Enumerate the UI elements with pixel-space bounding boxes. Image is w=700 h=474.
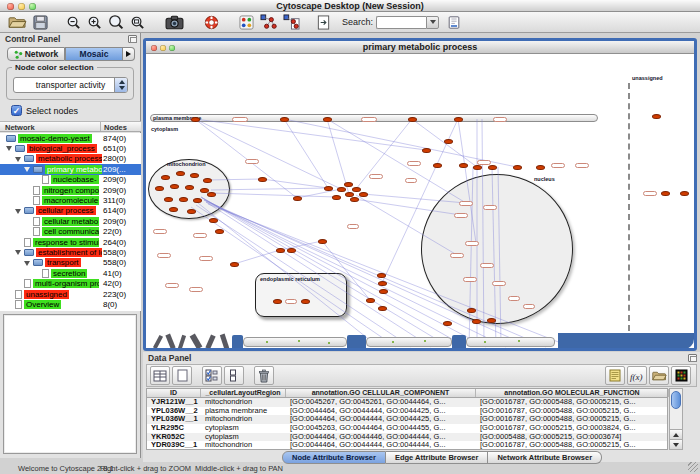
network-node[interactable]: [459, 163, 468, 168]
node-label-pill[interactable]: [165, 283, 179, 288]
node-label-pill[interactable]: [575, 163, 589, 168]
tree-row[interactable]: cellular process614(0): [0, 206, 141, 216]
node-label-pill[interactable]: [450, 253, 464, 258]
network-node[interactable]: [378, 281, 387, 286]
table-scrollbar[interactable]: [669, 388, 683, 450]
edge[interactable]: [206, 202, 431, 347]
node-label-pill[interactable]: [189, 287, 203, 292]
network-node[interactable]: [350, 197, 359, 202]
network-node[interactable]: [324, 186, 333, 191]
network-node[interactable]: [323, 117, 332, 122]
tree-row[interactable]: macromolecule311(0): [0, 195, 141, 205]
expand-arrow-icon[interactable]: [15, 250, 21, 255]
attribute-table[interactable]: YJR121W__1mitochondrion[GO:0045267, GO:0…: [146, 398, 668, 450]
zoom-out-icon[interactable]: [63, 13, 84, 32]
table-row[interactable]: YPL036W__2plasma membrane[GO:0044464, GO…: [147, 407, 667, 416]
tree-row[interactable]: cell communicat22(0): [0, 227, 141, 237]
main-title-bar[interactable]: Cytoscape Desktop (New Session): [0, 0, 700, 12]
edge[interactable]: [207, 179, 262, 180]
edge[interactable]: [363, 194, 466, 203]
search-dropdown-button[interactable]: [426, 16, 439, 29]
node-label-pill[interactable]: [369, 174, 383, 179]
node-label-pill[interactable]: [232, 117, 248, 122]
network-node[interactable]: [155, 186, 164, 191]
tree-row[interactable]: multi-organism pro42(0): [0, 278, 141, 288]
node-label-pill[interactable]: [361, 117, 377, 122]
network-node[interactable]: [378, 306, 387, 311]
column-header[interactable]: ID: [147, 389, 201, 397]
expand-arrow-icon[interactable]: [24, 261, 30, 266]
network-node[interactable]: [209, 218, 218, 223]
tree-row[interactable]: response to stimulu264(0): [0, 237, 141, 247]
network-node[interactable]: [293, 196, 302, 201]
node-label-pill[interactable]: [405, 178, 417, 183]
node-label-pill[interactable]: [199, 256, 213, 261]
table-row[interactable]: YLR295Ccytoplasm[GO:0045263, GO:0044464,…: [147, 424, 667, 433]
network-node[interactable]: [422, 148, 431, 153]
node-label-pill[interactable]: [407, 161, 421, 166]
tree-row[interactable]: biological_process651(0): [0, 143, 141, 153]
node-label-pill[interactable]: [492, 281, 506, 286]
network-node[interactable]: [207, 192, 216, 197]
edge[interactable]: [201, 197, 466, 347]
network-node[interactable]: [332, 195, 341, 200]
node-label-pill[interactable]: [643, 191, 657, 196]
network-node[interactable]: [185, 185, 194, 190]
zoom-fit-icon[interactable]: [105, 13, 127, 32]
network-node[interactable]: [337, 187, 346, 192]
edge[interactable]: [284, 119, 328, 188]
edge[interactable]: [206, 202, 546, 347]
network-node[interactable]: [301, 299, 310, 304]
minimize-button[interactable]: [160, 45, 166, 51]
tree-row[interactable]: nitrogen compo209(0): [0, 185, 141, 195]
table-row[interactable]: YKR052Ccytoplasm[GO:0044464, GO:0044446,…: [147, 433, 667, 442]
expand-arrow-icon[interactable]: [15, 209, 21, 214]
node-label-pill[interactable]: [465, 241, 479, 246]
tree-row[interactable]: metabolic process280(0): [0, 154, 141, 164]
network-node[interactable]: [366, 298, 375, 303]
import-attributes-folder-icon[interactable]: [649, 366, 669, 385]
network-node[interactable]: [170, 184, 179, 189]
more-tabs-button[interactable]: [123, 47, 135, 61]
tree-row[interactable]: mosaic-demo-yeast874(0): [0, 133, 141, 143]
edge[interactable]: [356, 195, 457, 255]
scrollbar-thumb[interactable]: [671, 391, 681, 409]
network-window-title-bar[interactable]: primary metabolic process: [146, 41, 694, 54]
network-node[interactable]: [191, 117, 200, 122]
create-attribute-icon[interactable]: [172, 366, 192, 385]
edge[interactable]: [322, 241, 370, 300]
node-label-pill[interactable]: [153, 229, 167, 234]
birds-eye-view[interactable]: [3, 314, 137, 454]
table-row[interactable]: YPL036W__1mitochondrion[GO:0044464, GO:0…: [147, 415, 667, 424]
save-session-icon[interactable]: [30, 13, 51, 32]
network-node[interactable]: [488, 165, 497, 170]
node-label-pill[interactable]: [523, 304, 535, 309]
node-label-pill[interactable]: [245, 159, 259, 164]
network-canvas[interactable]: plasma membrane cytoplasm mitochondrion …: [146, 55, 694, 348]
network-node[interactable]: [443, 321, 452, 326]
network-node[interactable]: [230, 262, 239, 267]
network-node[interactable]: [379, 289, 388, 294]
float-panel-icon[interactable]: [688, 354, 697, 362]
tab-network[interactable]: Network: [7, 47, 65, 61]
node-label-pill[interactable]: [459, 201, 473, 206]
node-label-pill[interactable]: [480, 263, 494, 268]
tree-row[interactable]: transport558(0): [0, 258, 141, 268]
select-nodes-checkbox[interactable]: ✓: [11, 105, 22, 116]
tree-row[interactable]: cellular metabo209(0): [0, 216, 141, 226]
vizmapper-icon[interactable]: [236, 13, 257, 32]
column-header[interactable]: _cellularLayoutRegion: [201, 389, 286, 397]
scroll-up-button[interactable]: [670, 429, 682, 439]
tree-row[interactable]: establishment of lo558(0): [0, 247, 141, 257]
table-row[interactable]: YDR039C__1mitochondrion[GO:0044464, GO:0…: [147, 441, 667, 450]
column-header[interactable]: annotation.GO MOLECULAR_FUNCTION: [476, 389, 669, 397]
zoom-button[interactable]: [169, 45, 175, 51]
node-label-pill[interactable]: [157, 253, 171, 258]
column-divider[interactable]: [100, 122, 101, 131]
network-node[interactable]: [169, 207, 178, 212]
network-node[interactable]: [487, 318, 496, 323]
zoom-selected-region-icon[interactable]: [127, 13, 148, 32]
edge[interactable]: [208, 204, 566, 345]
snapshot-camera-icon[interactable]: [162, 13, 187, 32]
annotation-icon[interactable]: [313, 13, 334, 32]
